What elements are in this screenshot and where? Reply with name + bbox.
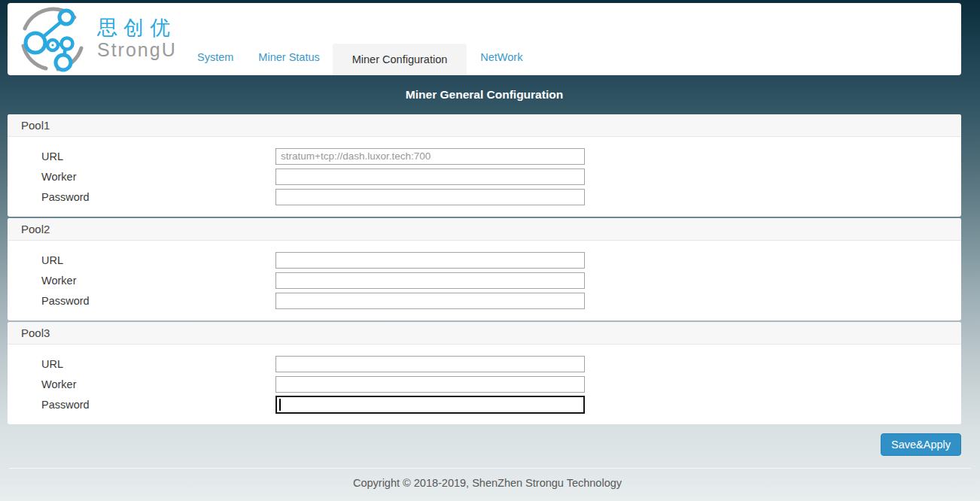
pool2-url-input[interactable]	[275, 252, 585, 269]
brand-logo: 思创优 StrongU	[19, 5, 177, 72]
pool1-body: URL Worker Password	[8, 137, 961, 217]
pool3-worker-label: Worker	[41, 378, 275, 390]
pool1-password-label: Password	[41, 191, 275, 203]
pool2-body: URL Worker Password	[8, 241, 961, 320]
pool1-panel: Pool1 URL Worker Password	[8, 114, 961, 217]
nav-item-system[interactable]: System	[197, 52, 233, 75]
pool3-password-input-focused[interactable]	[275, 396, 585, 414]
pool3-worker-row: Worker	[8, 374, 961, 394]
footer-divider	[9, 468, 971, 469]
pool2-worker-input[interactable]	[275, 272, 585, 289]
header-card: 思创优 StrongU System Miner Status Miner Co…	[8, 3, 961, 75]
pool-config-panels: Pool1 URL Worker Password Pool2 URL	[8, 114, 961, 426]
brand-text: 思创优 StrongU	[97, 17, 177, 60]
pool2-worker-row: Worker	[8, 270, 961, 290]
nav-item-miner-status[interactable]: Miner Status	[258, 52, 319, 75]
pool3-url-input[interactable]	[275, 356, 585, 372]
pool3-password-label: Password	[41, 399, 275, 411]
save-apply-button[interactable]: Save&Apply	[881, 433, 961, 456]
text-cursor-caret	[279, 399, 281, 411]
footer-copyright: Copyright © 2018-2019, ShenZhen Strongu …	[0, 477, 975, 489]
pool3-panel: Pool3 URL Worker Password	[8, 322, 961, 424]
nav-item-miner-configuration-active[interactable]: Miner Configuration	[333, 44, 467, 75]
nav-item-network[interactable]: NetWork	[480, 52, 522, 75]
brand-name-chinese: 思创优	[97, 17, 177, 39]
pool2-panel: Pool2 URL Worker Password	[8, 218, 961, 320]
pool2-worker-label: Worker	[41, 275, 275, 287]
pool2-password-row: Password	[8, 290, 961, 311]
pool1-worker-label: Worker	[41, 171, 275, 183]
pool1-header: Pool1	[8, 114, 961, 137]
pool3-body: URL Worker Password	[8, 345, 961, 424]
pool1-password-row: Password	[8, 187, 961, 207]
pool3-url-row: URL	[8, 354, 961, 374]
brand-name-english: StrongU	[97, 39, 177, 60]
pool2-header: Pool2	[8, 218, 961, 241]
pool1-url-input[interactable]	[275, 148, 585, 165]
pool1-url-label: URL	[41, 150, 275, 162]
pool2-password-label: Password	[41, 295, 275, 307]
pool3-password-row: Password	[8, 394, 961, 414]
pool2-password-input[interactable]	[275, 293, 585, 309]
pool1-worker-input[interactable]	[275, 169, 585, 185]
pool1-password-input[interactable]	[275, 189, 585, 205]
pool2-url-row: URL	[8, 250, 961, 270]
pool2-url-label: URL	[41, 254, 275, 266]
pool3-header: Pool3	[8, 322, 961, 345]
pool3-worker-input[interactable]	[275, 376, 585, 393]
pool3-url-label: URL	[41, 358, 275, 370]
pool1-worker-row: Worker	[8, 166, 961, 187]
main-nav: System Miner Status Miner Configuration …	[197, 44, 522, 75]
strongu-network-icon	[19, 5, 87, 72]
page-title: Miner General Configuration	[0, 88, 969, 102]
pool1-url-row: URL	[8, 146, 961, 166]
